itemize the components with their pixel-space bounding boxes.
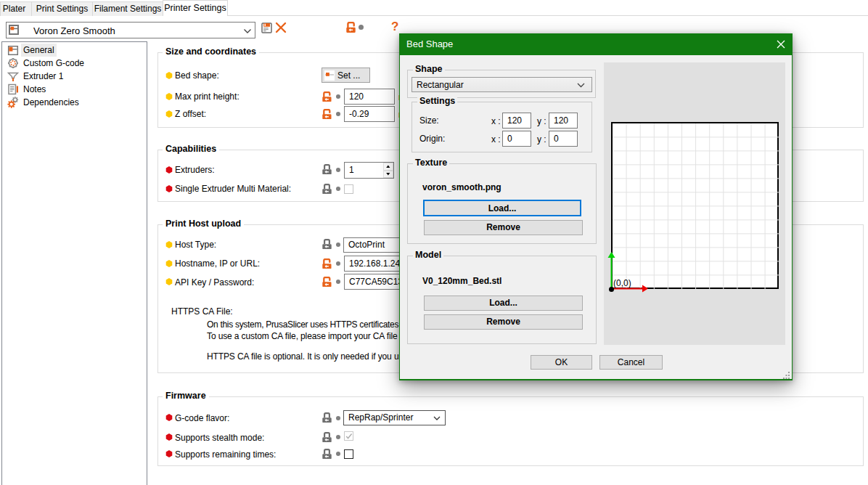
svg-text:(0,0): (0,0) <box>613 278 631 288</box>
